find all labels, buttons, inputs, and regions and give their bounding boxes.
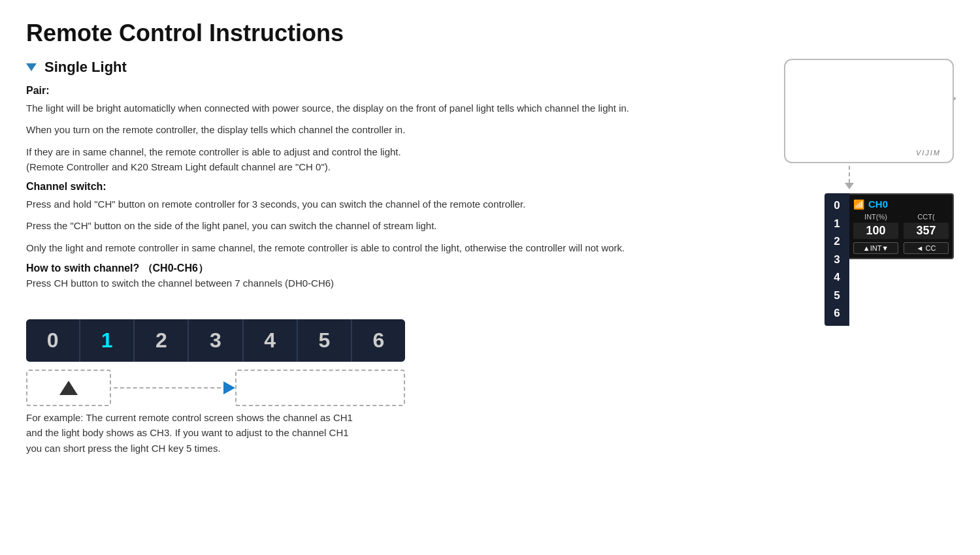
arrow-down-icon	[845, 183, 854, 189]
ch-display: 📶 CH0 INT(%) CCT( 100 357 ▲INT▼	[849, 193, 954, 259]
chevron-down-icon	[26, 63, 37, 71]
ch-title-text: CH0	[868, 198, 888, 210]
ch-title-row: 📶 CH0	[853, 198, 949, 210]
single-light-title: Single Light	[44, 59, 127, 76]
how-heading: How to swith channel?	[26, 262, 139, 274]
dashed-down	[849, 166, 850, 183]
cct-label: CCT(	[904, 213, 949, 221]
light-panel: VIJIM	[784, 59, 954, 163]
int-value: 100	[853, 223, 898, 239]
cs-text1: Press and hold "CH" button on remote con…	[26, 197, 686, 212]
ch-sel-2: 2	[135, 319, 188, 362]
int-label: INT(%)	[853, 213, 898, 221]
ch-labels-row: INT(%) CCT(	[853, 213, 949, 221]
channel-switch-heading: Channel switch:	[26, 181, 686, 193]
int-btn: ▲INT▼	[853, 242, 898, 254]
dashed-box-right	[235, 370, 405, 406]
page: Remote Control Instructions Single Light…	[0, 0, 980, 555]
ch-sel-4: 4	[244, 319, 297, 362]
arrow-down-container	[745, 166, 954, 189]
brand-label: VIJIM	[916, 149, 941, 157]
how-text1: Press CH button to switch the channel be…	[26, 276, 686, 291]
ch-sel-6: 6	[352, 319, 405, 362]
channel-selector: 0 1 2 3 4 5 6	[26, 319, 405, 362]
cct-btn: ◄ CC	[904, 242, 949, 254]
ch-sel-1: 1	[80, 319, 133, 362]
how-text2: For example: The current remote control …	[26, 410, 366, 456]
light-panel-container: VIJIM 6 5 4 3 2 1 0	[745, 59, 954, 326]
ch-buttons-row: ▲INT▼ ◄ CC	[853, 242, 949, 254]
ch-sel-5: 5	[298, 319, 351, 362]
ch-num-0: 0	[826, 197, 848, 214]
pair-text2: When you turn on the remote controller, …	[26, 122, 686, 137]
ch-values-row: 100 357	[853, 223, 949, 239]
ch-num-1: 1	[826, 215, 848, 232]
ch-num-6: 6	[826, 305, 848, 322]
pair-text3: If they are in same channel, the remote …	[26, 144, 686, 175]
channel-bar: 6 5 4 3 2 1 0	[825, 193, 849, 326]
ch-sel-0: 0	[26, 319, 79, 362]
up-arrow-icon	[59, 381, 78, 395]
display-area: 6 5 4 3 2 1 0 📶 CH0 INT(	[825, 193, 954, 326]
wifi-icon: 📶	[853, 199, 864, 210]
main-title: Remote Control Instructions	[26, 20, 954, 47]
dashed-connector	[111, 381, 235, 394]
ch-num-4: 4	[826, 269, 848, 286]
pair-text1: The light will be bright automaticlly wh…	[26, 101, 686, 116]
ch-num-3: 3	[826, 251, 848, 268]
how-heading2: （CH0-CH6）	[142, 262, 208, 274]
dashed-box-left	[26, 370, 111, 406]
channel-selector-col: 0 1 2 3 4 5 6	[26, 304, 405, 406]
content-area: Single Light Pair: The light will be bri…	[26, 59, 954, 535]
ch-sel-3: 3	[189, 319, 242, 362]
cct-value: 357	[904, 223, 949, 239]
left-column: Single Light Pair: The light will be bri…	[26, 59, 706, 535]
right-column: VIJIM 6 5 4 3 2 1 0	[706, 59, 954, 535]
ch-num-2: 2	[826, 233, 848, 250]
bottom-diagram-area: 0 1 2 3 4 5 6	[26, 304, 686, 406]
cs-text2: Press the "CH" button on the side of the…	[26, 218, 686, 233]
pair-heading: Pair:	[26, 85, 686, 97]
dashed-line	[114, 387, 221, 388]
single-light-section: Single Light	[26, 59, 686, 76]
bottom-arrow-row	[26, 370, 405, 406]
how-heading-row: How to swith channel? （CH0-CH6）	[26, 262, 686, 276]
right-arrow-icon	[223, 381, 235, 394]
cs-text3: Only the light and remote controller in …	[26, 240, 686, 255]
ch-num-5: 5	[826, 287, 848, 304]
